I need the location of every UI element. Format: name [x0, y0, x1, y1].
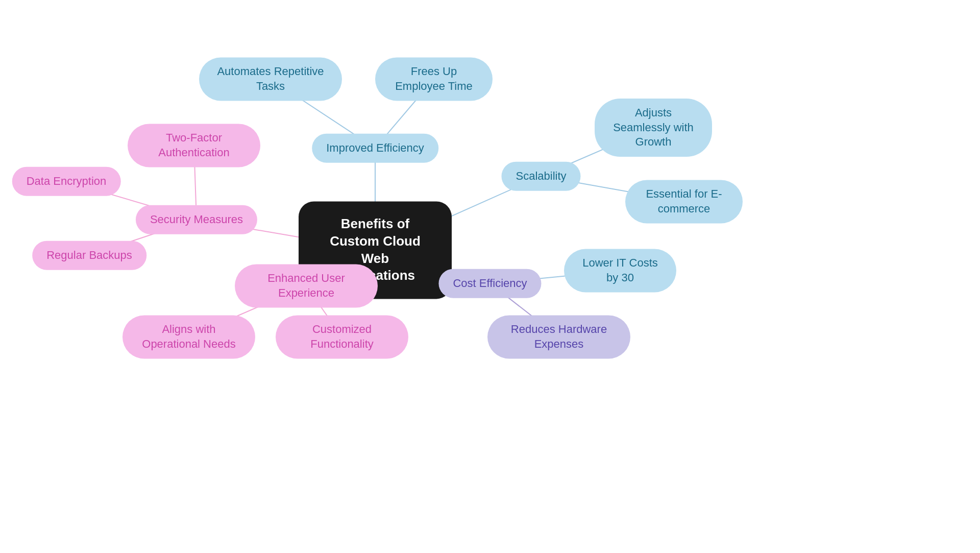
node-lower-it-costs: Lower IT Costs by 30	[564, 249, 676, 292]
node-cost-efficiency: Cost Efficiency	[438, 269, 541, 298]
node-essential-ecommerce: Essential for E-commerce	[625, 180, 743, 223]
node-aligns-operational: Aligns with Operational Needs	[122, 315, 255, 358]
node-security-measures: Security Measures	[136, 205, 257, 234]
node-scalability: Scalability	[501, 162, 580, 191]
node-two-factor: Two-Factor Authentication	[128, 124, 260, 167]
node-automates-repetitive: Automates Repetitive Tasks	[199, 57, 342, 101]
node-enhanced-user: Enhanced User Experience	[235, 264, 378, 307]
node-reduces-hardware: Reduces Hardware Expenses	[487, 315, 630, 358]
node-frees-employee: Frees Up Employee Time	[375, 57, 493, 101]
node-regular-backups: Regular Backups	[32, 241, 146, 270]
node-customized-functionality: Customized Functionality	[276, 315, 408, 358]
node-data-encryption: Data Encryption	[12, 167, 121, 196]
node-adjusts-seamlessly: Adjusts Seamlessly with Growth	[595, 99, 712, 157]
mindmap-container: Benefits of Custom Cloud Web Application…	[0, 0, 980, 553]
node-improved-efficiency: Improved Efficiency	[312, 134, 438, 163]
